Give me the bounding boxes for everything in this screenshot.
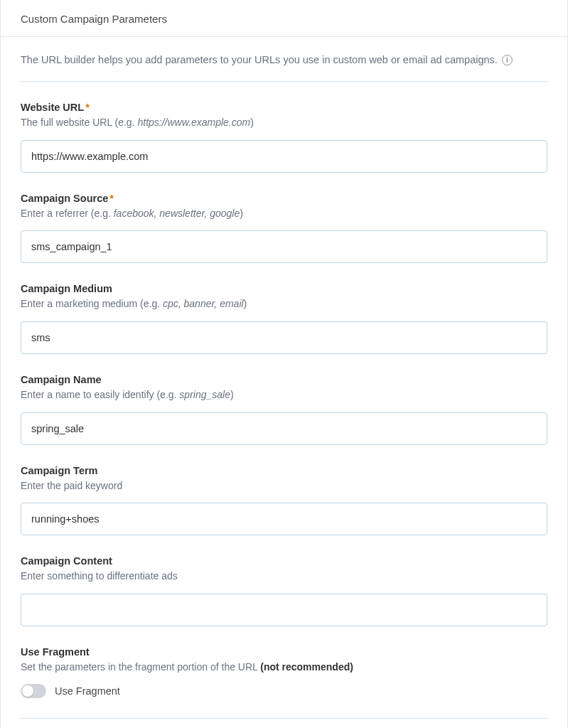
intro-row: The URL builder helps you add parameters… xyxy=(21,53,547,82)
panel-body: The URL builder helps you add parameters… xyxy=(1,37,567,726)
campaign-term-label: Campaign Term xyxy=(21,465,547,476)
intro-text: The URL builder helps you add parameters… xyxy=(21,53,498,67)
campaign-name-label: Campaign Name xyxy=(21,374,547,385)
required-mark: * xyxy=(85,102,90,113)
campaign-content-label: Campaign Content xyxy=(21,555,547,567)
campaign-term-input[interactable] xyxy=(21,503,547,535)
website-url-hint: The full website URL (e.g. https://www.e… xyxy=(21,116,547,130)
campaign-content-input[interactable] xyxy=(21,594,547,626)
website-url-group: Website URL* The full website URL (e.g. … xyxy=(21,102,547,173)
campaign-medium-input[interactable] xyxy=(21,321,547,354)
campaign-medium-group: Campaign Medium Enter a marketing medium… xyxy=(21,283,547,354)
campaign-medium-hint: Enter a marketing medium (e.g. cpc, bann… xyxy=(21,297,547,311)
campaign-source-input[interactable] xyxy=(21,230,547,263)
use-fragment-group: Use Fragment Set the parameters in the f… xyxy=(21,646,547,699)
use-fragment-toggle-row: Use Fragment xyxy=(21,684,547,698)
website-url-label: Website URL* xyxy=(21,102,547,113)
use-fragment-hint: Set the parameters in the fragment porti… xyxy=(21,660,547,675)
campaign-source-label: Campaign Source* xyxy=(21,193,547,204)
campaign-source-group: Campaign Source* Enter a referrer (e.g. … xyxy=(21,193,547,264)
website-url-input[interactable] xyxy=(21,140,547,173)
campaign-term-hint: Enter the paid keyword xyxy=(21,479,547,493)
campaign-medium-label: Campaign Medium xyxy=(21,283,547,294)
campaign-source-hint: Enter a referrer (e.g. facebook, newslet… xyxy=(21,207,547,221)
use-fragment-toggle-label: Use Fragment xyxy=(55,685,120,697)
campaign-name-hint: Enter a name to easily identify (e.g. sp… xyxy=(21,388,547,402)
campaign-name-group: Campaign Name Enter a name to easily ide… xyxy=(21,374,547,445)
panel-header: Custom Campaign Parameters xyxy=(1,0,567,37)
campaign-name-input[interactable] xyxy=(21,412,547,445)
panel-title: Custom Campaign Parameters xyxy=(21,13,547,25)
toggle-knob xyxy=(22,685,33,697)
campaign-parameters-panel: Custom Campaign Parameters The URL build… xyxy=(0,0,568,728)
campaign-content-hint: Enter something to differentiate ads xyxy=(21,569,547,584)
use-fragment-label: Use Fragment xyxy=(21,646,547,658)
required-mark: * xyxy=(109,193,114,204)
bottom-divider xyxy=(21,718,547,719)
use-fragment-toggle[interactable] xyxy=(21,684,46,698)
campaign-content-group: Campaign Content Enter something to diff… xyxy=(21,555,547,626)
info-icon[interactable]: i xyxy=(502,55,513,65)
campaign-term-group: Campaign Term Enter the paid keyword xyxy=(21,465,547,536)
